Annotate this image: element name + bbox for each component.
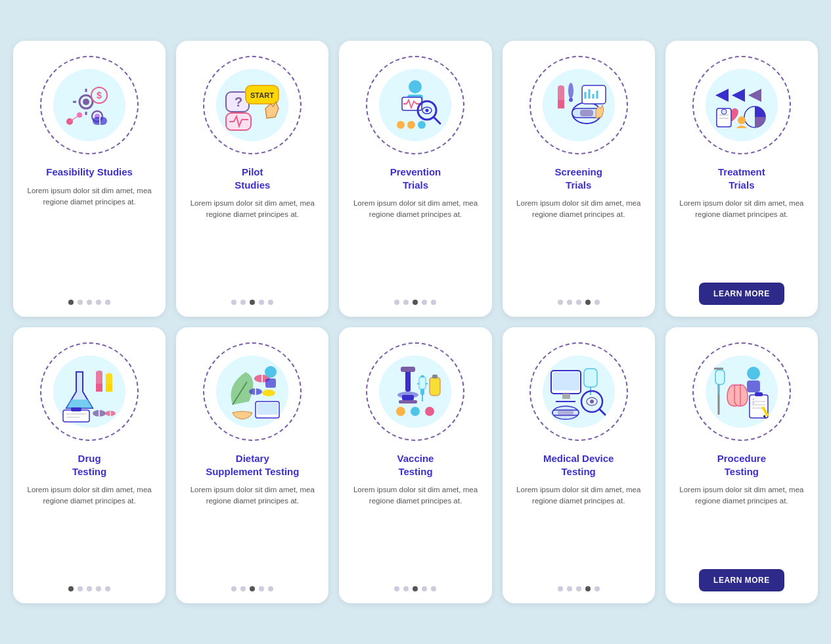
main-grid: $ Feasibility Studies Lorem ipsum dolor … <box>13 41 818 603</box>
dot-3 <box>576 586 581 591</box>
svg-point-46 <box>738 116 746 124</box>
dot-5 <box>268 300 273 305</box>
svg-rect-84 <box>432 375 438 379</box>
card-desc-feasibility: Lorem ipsum dolor sit dim amet, mea regi… <box>24 185 155 291</box>
dot-2 <box>403 300 409 305</box>
card-vaccine-testing: VaccineTesting Lorem ipsum dolor sit dim… <box>339 327 491 603</box>
card-desc-dietary: Lorem ipsum dolor sit dim amet, mea regi… <box>187 484 318 577</box>
svg-rect-77 <box>399 400 417 403</box>
svg-rect-55 <box>63 410 89 422</box>
icon-area-prevention <box>363 53 468 158</box>
dot-4 <box>422 300 427 305</box>
svg-point-69 <box>265 366 277 378</box>
dot-3 <box>250 586 255 591</box>
dots-dietary <box>231 586 273 591</box>
svg-rect-105 <box>715 370 725 384</box>
dot-5 <box>431 586 436 591</box>
svg-line-12 <box>70 115 79 122</box>
icon-area-procedure: ✓ ✓ <box>689 339 794 444</box>
svg-point-86 <box>411 407 420 416</box>
dot-1 <box>558 300 563 305</box>
screening-icon <box>546 72 612 138</box>
icon-area-treatment <box>689 53 794 158</box>
dot-2 <box>567 300 572 305</box>
dots-vaccine <box>394 586 436 591</box>
dot-4 <box>96 300 101 305</box>
svg-point-33 <box>569 98 573 102</box>
dot-2 <box>403 586 409 591</box>
card-desc-medical-device: Lorem ipsum dolor sit dim amet, mea regi… <box>513 484 644 577</box>
svg-rect-83 <box>430 377 440 396</box>
card-dietary-supplement: DietarySupplement Testing Lorem ipsum do… <box>176 327 328 603</box>
card-title-prevention: PreventionTrials <box>390 166 441 191</box>
svg-point-87 <box>425 407 434 416</box>
svg-point-20 <box>409 80 422 93</box>
svg-line-95 <box>600 409 605 415</box>
dot-4 <box>259 586 264 591</box>
svg-line-24 <box>434 117 440 124</box>
svg-point-85 <box>396 407 405 416</box>
dot-5 <box>431 300 436 305</box>
card-title-dietary: DietarySupplement Testing <box>206 452 299 478</box>
dot-5 <box>595 586 600 591</box>
icon-area-screening <box>526 53 631 158</box>
card-desc-screening: Lorem ipsum dolor sit dim amet, mea regi… <box>513 198 644 290</box>
icon-area-vaccine <box>363 339 468 444</box>
dot-1 <box>68 586 74 591</box>
learn-more-button-procedure[interactable]: LEARN MORE <box>699 569 784 591</box>
dot-3 <box>413 586 418 591</box>
pilot-icon: ? START <box>219 72 285 138</box>
icon-area-dietary <box>200 339 305 444</box>
dots-pilot <box>231 300 273 305</box>
dot-5 <box>105 586 110 591</box>
dot-4 <box>585 586 591 591</box>
dot-2 <box>240 586 246 591</box>
prevention-icon <box>382 72 448 138</box>
treatment-icon <box>709 72 775 138</box>
card-title-treatment: TreatmentTrials <box>718 166 765 191</box>
learn-more-button-treatment[interactable]: LEARN MORE <box>699 283 784 305</box>
vaccine-icon <box>382 359 448 425</box>
dot-3 <box>87 586 92 591</box>
svg-text:$: $ <box>97 90 102 101</box>
dot-2 <box>567 586 572 591</box>
card-title-medical-device: Medical DeviceTesting <box>543 452 614 478</box>
svg-text:START: START <box>250 91 274 99</box>
svg-rect-52 <box>96 384 102 392</box>
dot-2 <box>78 300 83 305</box>
svg-rect-79 <box>419 377 426 389</box>
svg-rect-109 <box>755 392 763 396</box>
dietary-icon <box>219 359 285 425</box>
dot-1 <box>231 586 236 591</box>
card-desc-prevention: Lorem ipsum dolor sit dim amet, mea regi… <box>349 198 481 290</box>
svg-point-97 <box>590 400 594 403</box>
svg-rect-92 <box>584 369 597 387</box>
card-desc-treatment: Lorem ipsum dolor sit dim amet, mea regi… <box>676 198 807 273</box>
card-title-pilot: PilotStudies <box>235 166 270 191</box>
svg-rect-54 <box>106 384 112 392</box>
card-desc-vaccine: Lorem ipsum dolor sit dim amet, mea regi… <box>349 484 481 577</box>
card-medical-device: Medical DeviceTesting Lorem ipsum dolor … <box>503 327 655 603</box>
svg-rect-73 <box>405 369 411 392</box>
svg-point-28 <box>407 121 415 129</box>
feasibility-icon: $ <box>56 72 122 138</box>
svg-marker-43 <box>732 89 745 102</box>
svg-text:✓: ✓ <box>752 401 755 405</box>
svg-point-101 <box>747 367 760 380</box>
svg-rect-90 <box>562 394 570 399</box>
card-treatment-trials: TreatmentTrials Lorem ipsum dolor sit di… <box>665 41 818 317</box>
dot-5 <box>268 586 273 591</box>
dot-1 <box>231 300 236 305</box>
dot-1 <box>394 586 399 591</box>
card-title-procedure: ProcedureTesting <box>717 452 766 478</box>
svg-point-50 <box>721 109 727 114</box>
svg-point-32 <box>568 83 573 99</box>
medical-device-icon <box>546 359 612 425</box>
svg-rect-102 <box>747 380 760 392</box>
card-desc-procedure: Lorem ipsum dolor sit dim amet, mea regi… <box>676 484 807 560</box>
dot-3 <box>87 300 92 305</box>
svg-rect-100 <box>558 410 573 415</box>
card-pilot-studies: ? START PilotStudies Lorem ipsum dolor s… <box>176 41 328 317</box>
icon-area-drug <box>37 339 142 444</box>
dot-3 <box>413 300 418 305</box>
